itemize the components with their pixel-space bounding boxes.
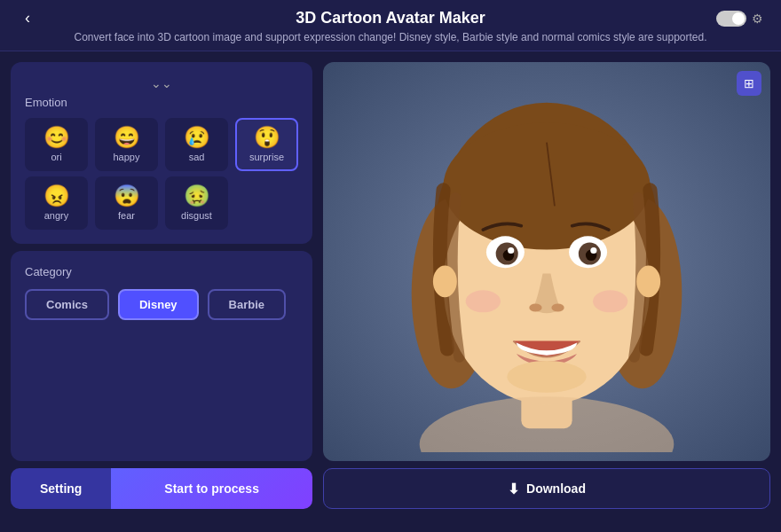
happy-emoji: 😄 (114, 127, 140, 148)
category-buttons: Comics Disney Barbie (25, 289, 298, 320)
svg-point-17 (593, 290, 627, 312)
emotion-surprise[interactable]: 😲 surprise (235, 118, 298, 171)
download-icon: ⬇ (508, 481, 519, 497)
fear-label: fear (118, 210, 135, 221)
disgust-label: disgust (181, 210, 212, 221)
download-label: Download (526, 481, 586, 496)
svg-point-15 (551, 303, 564, 311)
svg-point-20 (636, 265, 660, 297)
surprise-emoji: 😲 (254, 127, 280, 148)
category-barbie-button[interactable]: Barbie (208, 289, 286, 320)
svg-point-21 (420, 396, 674, 452)
emotion-card: ⌄⌄ Emotion 😊 ori 😄 happy 😢 sad 😲 (11, 62, 312, 244)
back-button[interactable]: ‹ (18, 5, 37, 31)
left-panel: ⌄⌄ Emotion 😊 ori 😄 happy 😢 sad 😲 (11, 62, 312, 509)
app-title: 3D Cartoon Avatar Maker (296, 9, 485, 27)
collapse-arrow[interactable]: ⌄⌄ (25, 76, 298, 90)
ori-emoji: 😊 (43, 127, 70, 148)
sad-label: sad (189, 152, 205, 162)
svg-point-13 (590, 247, 596, 254)
header-controls: ⚙ (716, 11, 763, 27)
header-top: ‹ 3D Cartoon Avatar Maker ⚙ (18, 9, 763, 27)
avatar-background (323, 62, 770, 461)
emotion-label: Emotion (25, 96, 298, 109)
sad-emoji: 😢 (184, 127, 210, 148)
header-subtitle: Convert face into 3D cartoon image and s… (74, 31, 706, 43)
category-comics-button[interactable]: Comics (25, 289, 109, 320)
happy-label: happy (114, 152, 140, 162)
emotion-happy[interactable]: 😄 happy (95, 118, 158, 171)
category-card: Category Comics Disney Barbie (11, 251, 312, 461)
compare-icon[interactable]: ⊞ (737, 71, 761, 96)
download-button[interactable]: ⬇ Download (323, 468, 770, 509)
svg-point-19 (433, 265, 457, 297)
avatar-svg (387, 71, 706, 452)
main-layout: ⌄⌄ Emotion 😊 ori 😄 happy 😢 sad 😲 (0, 51, 781, 520)
gear-icon[interactable]: ⚙ (752, 12, 763, 26)
emotion-grid-row1: 😊 ori 😄 happy 😢 sad 😲 surprise (25, 118, 298, 171)
emotion-ori[interactable]: 😊 ori (25, 118, 88, 171)
theme-toggle[interactable] (716, 11, 746, 27)
process-button[interactable]: Start to process (111, 468, 312, 509)
bottom-bar-left: Setting Start to process (11, 468, 312, 509)
setting-button[interactable]: Setting (11, 468, 111, 509)
svg-point-18 (507, 361, 587, 393)
emotion-fear[interactable]: 😨 fear (95, 176, 158, 230)
emotion-grid-row2: 😠 angry 😨 fear 🤢 disgust (25, 176, 298, 230)
disgust-emoji: 🤢 (184, 185, 210, 207)
emotion-sad[interactable]: 😢 sad (165, 118, 228, 171)
svg-point-14 (529, 303, 541, 311)
emotion-angry[interactable]: 😠 angry (25, 176, 88, 230)
avatar-image-container: ⊞ (323, 62, 770, 461)
svg-point-16 (466, 290, 501, 312)
category-disney-button[interactable]: Disney (118, 289, 199, 320)
category-label: Category (25, 265, 298, 278)
angry-emoji: 😠 (43, 185, 70, 207)
header: ‹ 3D Cartoon Avatar Maker ⚙ Convert face… (0, 0, 781, 51)
ori-label: ori (51, 152, 61, 162)
fear-emoji: 😨 (114, 185, 140, 207)
right-panel: ⊞ ⬇ Download (323, 62, 770, 509)
svg-point-5 (444, 122, 651, 249)
angry-label: angry (44, 210, 69, 221)
emotion-disgust[interactable]: 🤢 disgust (165, 176, 228, 230)
surprise-label: surprise (249, 152, 284, 162)
svg-point-12 (508, 247, 514, 254)
